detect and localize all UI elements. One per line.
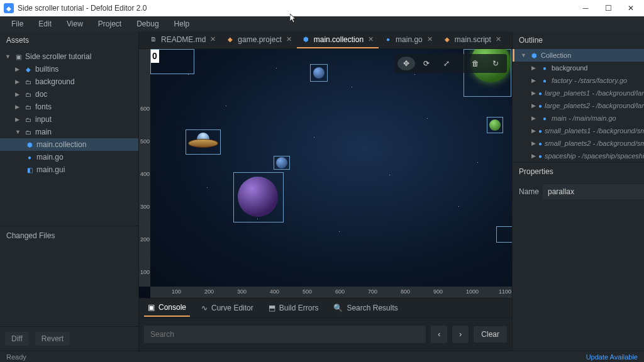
- folder-icon: 🗀: [24, 115, 33, 124]
- status-ready: Ready: [6, 353, 26, 361]
- scene-obj-spaceship[interactable]: [186, 129, 221, 155]
- tab-maingo[interactable]: ●main.go✕: [379, 31, 438, 48]
- asset-input[interactable]: ▶🗀input: [0, 113, 138, 126]
- asset-main-collection[interactable]: ⬢main.collection: [0, 138, 138, 151]
- tab-maincollection[interactable]: ⬢main.collection✕: [297, 31, 379, 48]
- tool-scale[interactable]: ⤢: [438, 57, 455, 70]
- curve-icon: ∿: [201, 304, 208, 312]
- scene-viewport[interactable]: 100 200 300 400 500 600 100 200 300 400 …: [139, 49, 512, 298]
- update-available-link[interactable]: Update Available: [586, 353, 638, 361]
- folder-icon: 🗀: [24, 128, 33, 136]
- asset-builtins[interactable]: ▶◆builtins: [0, 63, 138, 75]
- tool-move[interactable]: ✥: [397, 57, 415, 70]
- go-icon: ●: [538, 151, 542, 160]
- folder-icon: 🗀: [24, 90, 33, 99]
- menu-file[interactable]: File: [5, 18, 30, 30]
- asset-main-gui[interactable]: ◧main.gui: [0, 163, 138, 176]
- caret-icon: ▶: [531, 140, 536, 146]
- outline-large2[interactable]: ▶●large_planets2 - /background/large_...: [513, 99, 644, 112]
- asset-doc[interactable]: ▶🗀doc: [0, 88, 138, 101]
- caret-icon: ▶: [531, 90, 536, 96]
- tab-readme[interactable]: 🗎README.md✕: [144, 31, 221, 48]
- close-icon[interactable]: ✕: [368, 35, 374, 43]
- title-bar: ◆ Side scroller tutorial - Defold Editor…: [0, 0, 644, 16]
- minimize-button[interactable]: ─: [576, 1, 595, 15]
- diff-button[interactable]: Diff: [5, 332, 29, 346]
- viewport-toolbar: ✥ ⟳ ⤢ 🗑 ↻: [395, 54, 507, 73]
- scene-obj-small-planet-2[interactable]: [487, 117, 503, 133]
- menu-debug[interactable]: Debug: [130, 18, 165, 30]
- collection-icon: ⬢: [530, 51, 538, 60]
- asset-main-go[interactable]: ●main.go: [0, 151, 138, 163]
- asset-root-label: Side scroller tutorial: [25, 52, 91, 61]
- asset-background[interactable]: ▶🗀background: [0, 75, 138, 88]
- menu-help[interactable]: Help: [168, 18, 196, 30]
- tab-mainscript[interactable]: ◆main.script✕: [438, 31, 506, 48]
- right-panel: Outline ▼⬢Collection ▶●background ▶●fact…: [512, 31, 644, 351]
- ruler-horizontal: 100 200 300 400 500 600 700 800 900 1000…: [150, 287, 512, 298]
- search-next-button[interactable]: ›: [452, 326, 469, 343]
- console-area: ‹ › Clear: [139, 318, 512, 351]
- go-icon: ●: [538, 126, 542, 135]
- revert-button[interactable]: Revert: [35, 332, 70, 346]
- outline-spaceship[interactable]: ▶●spaceship - /spaceship/spaceship.go: [513, 150, 644, 162]
- asset-main[interactable]: ▼🗀main: [0, 126, 138, 138]
- maximize-button[interactable]: ☐: [599, 1, 618, 15]
- console-clear-button[interactable]: Clear: [474, 326, 507, 343]
- scene-obj-small-planet-1[interactable]: [310, 64, 328, 82]
- tool-refresh[interactable]: ↻: [487, 57, 504, 70]
- go-icon: ●: [25, 153, 34, 162]
- go-icon: ●: [538, 139, 542, 148]
- tab-curve-editor[interactable]: ∿Curve Editor: [197, 300, 257, 316]
- scene-obj-large-planet-purple[interactable]: [233, 172, 284, 222]
- package-icon: ◆: [24, 65, 33, 74]
- caret-icon: ▶: [15, 79, 21, 85]
- asset-root[interactable]: ▼ ▣ Side scroller tutorial: [0, 50, 138, 63]
- scene-canvas[interactable]: 0: [150, 49, 512, 287]
- close-icon[interactable]: ✕: [427, 35, 433, 43]
- tool-rotate[interactable]: ⟳: [418, 57, 435, 70]
- console-search-input[interactable]: [144, 326, 426, 343]
- bottom-tabs: ▣Console ∿Curve Editor ⬒Build Errors 🔍Se…: [139, 298, 512, 318]
- caret-icon: ▶: [531, 77, 538, 84]
- outline-small2[interactable]: ▶●small_planets2 - /background/small_...: [513, 137, 644, 150]
- tab-search-results[interactable]: 🔍Search Results: [330, 300, 401, 316]
- scene-obj-empty[interactable]: [496, 226, 512, 243]
- scene-obj-small-planet-3[interactable]: [274, 156, 290, 170]
- close-icon[interactable]: ✕: [496, 35, 501, 43]
- outline-large1[interactable]: ▶●large_planets1 - /background/large_...: [513, 87, 644, 99]
- editor-tabs: 🗎README.md✕ ◆game.project✕ ⬢main.collect…: [139, 31, 512, 49]
- console-icon: ▣: [148, 303, 155, 312]
- changed-files-panel: Changed Files: [0, 226, 138, 326]
- close-icon[interactable]: ✕: [210, 35, 216, 43]
- menu-view[interactable]: View: [60, 18, 89, 30]
- caret-icon: ▼: [521, 52, 527, 58]
- close-window-button[interactable]: ✕: [621, 1, 640, 15]
- outline-background[interactable]: ▶●background: [513, 62, 644, 74]
- collection-icon: ⬢: [302, 35, 311, 44]
- outline-main[interactable]: ▶●main - /main/main.go: [513, 112, 644, 124]
- caret-icon: ▶: [531, 102, 536, 109]
- outline-title: Outline: [513, 31, 644, 49]
- prop-name-label: Name: [519, 187, 539, 196]
- menu-project[interactable]: Project: [92, 18, 128, 30]
- tool-delete[interactable]: 🗑: [467, 57, 484, 70]
- warn-icon: ⬒: [269, 304, 275, 312]
- assets-title: Assets: [0, 31, 138, 49]
- menu-edit[interactable]: Edit: [32, 18, 58, 30]
- caret-icon: ▼: [5, 53, 11, 60]
- outline-factory[interactable]: ▶●factory - /stars/factory.go: [513, 74, 644, 87]
- tab-gameproject[interactable]: ◆game.project✕: [221, 31, 296, 48]
- folder-icon: 🗀: [24, 102, 33, 111]
- go-icon: ●: [538, 101, 542, 110]
- outline-root[interactable]: ▼⬢Collection: [513, 49, 644, 62]
- asset-fonts[interactable]: ▶🗀fonts: [0, 101, 138, 113]
- tab-console[interactable]: ▣Console: [144, 299, 190, 317]
- search-prev-button[interactable]: ‹: [431, 326, 447, 343]
- close-icon[interactable]: ✕: [286, 35, 292, 43]
- script-icon: ◆: [443, 35, 452, 44]
- caret-icon: ▶: [531, 65, 538, 71]
- prop-name-input[interactable]: [543, 184, 644, 199]
- outline-small1[interactable]: ▶●small_planets1 - /background/small_...: [513, 124, 644, 137]
- tab-build-errors[interactable]: ⬒Build Errors: [265, 300, 323, 316]
